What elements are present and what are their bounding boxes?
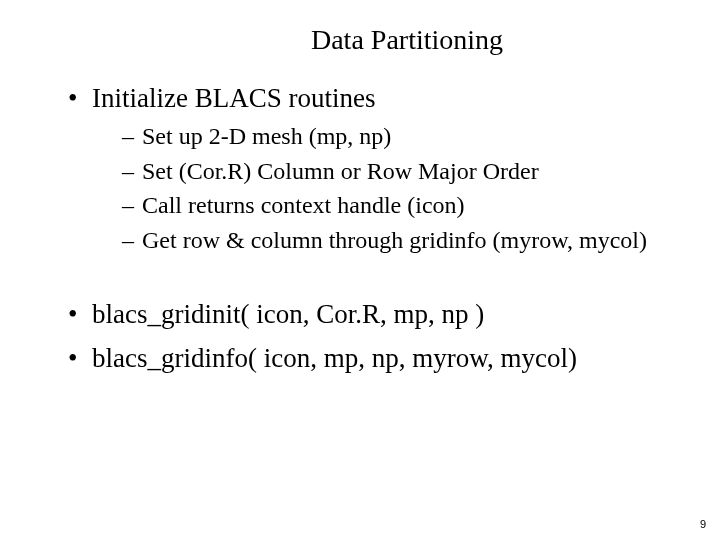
sub-bullet-item: Set up 2-D mesh (mp, np) <box>122 120 670 152</box>
bullet-text: Initialize BLACS routines <box>92 83 375 113</box>
bullet-text: blacs_gridinfo( icon, mp, np, myrow, myc… <box>92 343 577 373</box>
sub-bullet-item: Set (Cor.R) Column or Row Major Order <box>122 155 670 187</box>
bullet-item: blacs_gridinit( icon, Cor.R, mp, np ) <box>68 296 670 332</box>
sub-bullet-text: Set up 2-D mesh (mp, np) <box>142 123 391 149</box>
page-number: 9 <box>700 518 706 530</box>
bullet-item: Initialize BLACS routines Set up 2-D mes… <box>68 80 670 256</box>
bullet-list-level1: Initialize BLACS routines Set up 2-D mes… <box>68 80 670 256</box>
sub-bullet-text: Set (Cor.R) Column or Row Major Order <box>142 158 539 184</box>
sub-bullet-text: Get row & column through gridinfo (myrow… <box>142 227 647 253</box>
sub-bullet-item: Call returns context handle (icon) <box>122 189 670 221</box>
bullet-list-level2: Set up 2-D mesh (mp, np) Set (Cor.R) Col… <box>122 120 670 256</box>
slide-title: Data Partitioning <box>50 24 670 56</box>
sub-bullet-item: Get row & column through gridinfo (myrow… <box>122 224 670 256</box>
bullet-text: blacs_gridinit( icon, Cor.R, mp, np ) <box>92 299 484 329</box>
bullet-item: blacs_gridinfo( icon, mp, np, myrow, myc… <box>68 340 670 376</box>
spacer <box>50 272 670 296</box>
sub-bullet-text: Call returns context handle (icon) <box>142 192 465 218</box>
bullet-list-level1: blacs_gridinit( icon, Cor.R, mp, np ) bl… <box>68 296 670 377</box>
slide: Data Partitioning Initialize BLACS routi… <box>0 0 720 540</box>
